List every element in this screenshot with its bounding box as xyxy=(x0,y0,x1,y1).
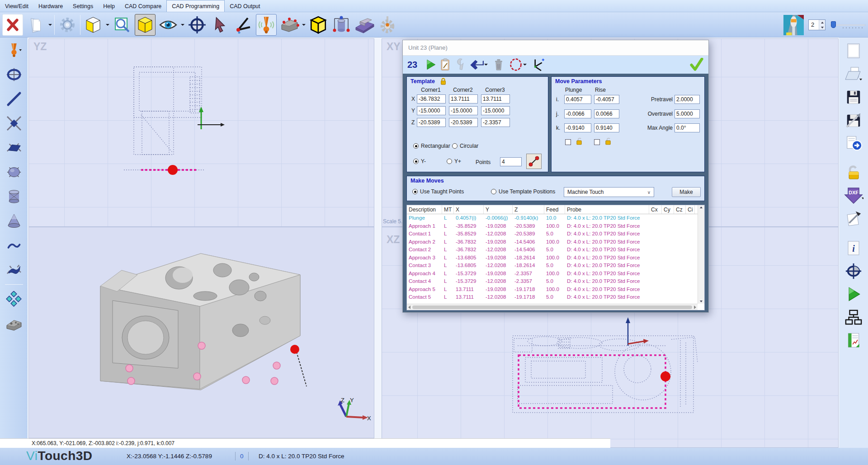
cad-block-button[interactable] xyxy=(354,14,375,36)
spinner-down-button[interactable] xyxy=(819,25,825,30)
plunge-lock-checkbox[interactable] xyxy=(565,139,571,145)
program-tree-button[interactable] xyxy=(843,307,864,327)
table-row[interactable]: Contact 1L-35.8529-12.0208-20.53895.0D: … xyxy=(407,230,704,238)
y-plus-radio[interactable]: Y+ xyxy=(447,158,461,164)
j-rise-field[interactable] xyxy=(594,109,619,118)
view-cube-button[interactable] xyxy=(83,14,104,36)
table-row[interactable]: Approach 3L-13.6805-19.0208-18.2614100.0… xyxy=(407,254,704,262)
run-program-button[interactable] xyxy=(843,284,864,304)
table-row[interactable]: Contact 5L13.7111-12.0208-19.17185.0D: 4… xyxy=(407,293,704,301)
edit-report-button[interactable] xyxy=(843,209,864,229)
visibility-button[interactable] xyxy=(158,14,179,36)
run-unit-button[interactable] xyxy=(424,57,438,72)
dialog-titlebar[interactable]: Unit 23 (Plane) xyxy=(403,40,708,56)
scroll-down-icon[interactable] xyxy=(700,301,703,302)
surface-feature-button[interactable] xyxy=(4,260,24,280)
rise-lock-checkbox[interactable] xyxy=(594,139,600,145)
table-row[interactable]: Contact 4L-15.3729-12.0208-2.33575.0D: 4… xyxy=(407,277,704,286)
cylinder-feature-button[interactable] xyxy=(4,187,24,207)
moves-table-header[interactable]: DescriptionMT XY ZFeed ProbeCx CyCz Ci xyxy=(407,205,704,214)
teach-points-button[interactable] xyxy=(526,154,542,169)
select-cursor-button[interactable] xyxy=(210,14,231,36)
save-button[interactable] xyxy=(843,87,864,107)
zoom-region-button[interactable] xyxy=(112,14,132,36)
new-file-button[interactable] xyxy=(25,14,46,36)
origin-target-sidebar-button[interactable] xyxy=(843,261,864,281)
cone-feature-button[interactable] xyxy=(4,211,24,231)
probe-point-button[interactable] xyxy=(4,40,24,60)
table-row[interactable]: PlungeL0.4057(i)-0.0066(j)-0.9140(k)10.0… xyxy=(407,214,704,222)
table-row[interactable]: Approach 5L13.7111-19.0208-19.1718100.0D… xyxy=(407,286,704,294)
table-row[interactable]: Approach 1L-35.8529-19.0208-20.5389100.0… xyxy=(407,222,704,230)
spinner-up-button[interactable] xyxy=(819,20,825,25)
use-template-positions-radio[interactable]: Use Template Positions xyxy=(491,188,555,195)
menu-cad-output[interactable]: CAD Output xyxy=(225,0,265,12)
viewport-yz[interactable]: YZ xyxy=(28,38,374,227)
edit-tool-button[interactable] xyxy=(453,57,467,72)
table-row[interactable]: Contact 2L-36.7832-12.0208-14.54065.0D: … xyxy=(407,246,704,254)
menu-hardware[interactable]: Hardware xyxy=(33,0,68,12)
return-move-button[interactable] xyxy=(470,57,484,72)
return-move-dropdown[interactable] xyxy=(484,64,488,66)
max-angle-field[interactable] xyxy=(675,123,700,132)
circle-feature-button[interactable] xyxy=(4,65,24,85)
table-row[interactable]: Approach 4L-15.3729-19.0208-2.3357100.0D… xyxy=(407,270,704,278)
info-button[interactable]: i xyxy=(843,238,864,258)
report-button[interactable] xyxy=(438,57,453,72)
i-plunge-field[interactable] xyxy=(564,95,591,104)
settings-button[interactable] xyxy=(57,14,78,36)
axes-tool-button[interactable] xyxy=(530,57,545,72)
bounding-box-button[interactable] xyxy=(308,14,329,36)
save-as-button[interactable] xyxy=(843,110,864,130)
probe-preview-thumbnail[interactable] xyxy=(783,15,804,35)
y-minus-radio[interactable]: Y- xyxy=(413,158,426,164)
menu-cad-programming[interactable]: CAD Programming xyxy=(166,0,225,12)
lock-button[interactable] xyxy=(843,163,864,183)
scroll-right-icon[interactable] xyxy=(694,305,696,309)
y-corner1-field[interactable] xyxy=(417,106,446,115)
visibility-dropdown[interactable] xyxy=(181,24,184,26)
i-rise-field[interactable] xyxy=(594,95,619,104)
table-horizontal-scrollbar[interactable] xyxy=(407,304,698,310)
size-slider[interactable] xyxy=(830,20,865,29)
plane-feature-button[interactable] xyxy=(4,138,24,158)
menu-cad-compare[interactable]: CAD Compare xyxy=(120,0,166,12)
refit-circle-dropdown[interactable] xyxy=(523,64,527,66)
view-cube-dropdown[interactable] xyxy=(106,24,109,26)
shaded-cube-button[interactable] xyxy=(135,14,156,36)
sphere-feature-button[interactable] xyxy=(4,162,24,182)
delete-button[interactable] xyxy=(491,57,506,72)
circular-radio[interactable]: Circular xyxy=(452,143,478,149)
scroll-up-icon[interactable] xyxy=(700,207,703,208)
pretravel-field[interactable] xyxy=(675,95,700,104)
y-corner3-field[interactable] xyxy=(481,106,510,115)
strategy-select[interactable]: Machine Touch ∨ xyxy=(564,187,654,197)
make-button[interactable]: Make xyxy=(672,187,701,197)
dxf-export-button[interactable]: DXF xyxy=(843,186,864,206)
vector-angle-button[interactable] xyxy=(233,14,254,36)
scrollbar-thumb[interactable] xyxy=(412,305,692,309)
curve-feature-button[interactable] xyxy=(4,235,24,255)
part-probe-button[interactable] xyxy=(279,14,300,36)
k-plunge-field[interactable] xyxy=(564,123,591,132)
export-document-button[interactable] xyxy=(843,133,864,153)
menu-settings[interactable]: Settings xyxy=(68,0,98,12)
j-plunge-field[interactable] xyxy=(564,109,591,118)
part-block-button[interactable] xyxy=(4,314,24,333)
template-lock-icon[interactable] xyxy=(439,78,447,85)
table-row[interactable]: Approach 2L-36.7832-19.0208-14.5406100.0… xyxy=(407,238,704,246)
part-probe-dropdown[interactable] xyxy=(302,24,306,26)
report-sheet-button[interactable] xyxy=(843,330,864,350)
slider-thumb[interactable] xyxy=(831,21,836,28)
machine-gear-button[interactable] xyxy=(377,14,398,36)
k-rise-field[interactable] xyxy=(594,123,619,132)
z-corner1-field[interactable] xyxy=(417,118,446,127)
z-corner2-field[interactable] xyxy=(449,118,478,127)
probe-count-spinner[interactable]: 2 xyxy=(808,19,826,30)
z-corner3-field[interactable] xyxy=(481,118,510,127)
cylinder-gauge-button[interactable] xyxy=(331,14,352,36)
viewport-3d[interactable]: Z Y X xyxy=(28,227,374,438)
refit-circle-button[interactable] xyxy=(509,57,523,72)
accept-button[interactable] xyxy=(689,57,704,72)
table-row[interactable]: Contact 3L-13.6805-12.0208-18.26145.0D: … xyxy=(407,262,704,270)
